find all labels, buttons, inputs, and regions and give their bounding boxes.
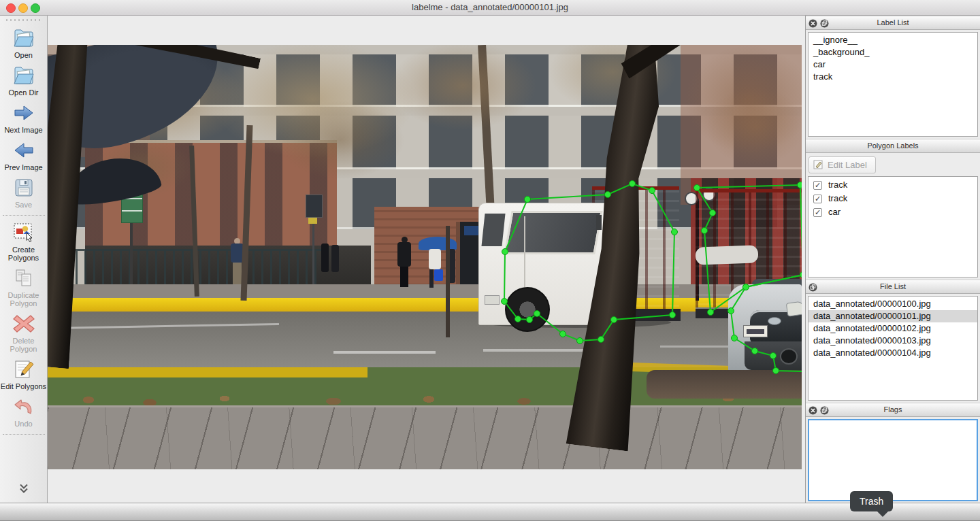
panel-title: Label List [806, 16, 980, 29]
panel-title: File List [806, 280, 980, 293]
create-polygons-button[interactable]: Create Polygons [0, 222, 48, 262]
toolbar-drag-handle[interactable] [5, 18, 43, 22]
panel-title: Flags [806, 403, 980, 416]
next-image-button[interactable]: Next Image [0, 102, 48, 134]
polygon-vertex[interactable] [527, 317, 533, 323]
label-list-item[interactable]: car [808, 58, 977, 71]
label-list[interactable]: __ignore___background_cartrack [808, 32, 978, 137]
flags-header: Flags [806, 403, 980, 417]
label-list-item[interactable]: track [808, 71, 977, 83]
polygon-vertex[interactable] [502, 299, 508, 305]
arrow-right-icon [14, 102, 34, 124]
toolbar-label: Duplicate Polygon [0, 291, 48, 307]
flags-list[interactable] [808, 419, 978, 501]
tool-bar: Open Open Dir Next Image Prev Image Save… [0, 16, 48, 503]
polygon-vertex[interactable] [773, 368, 779, 374]
polygon-vertex[interactable] [702, 228, 708, 234]
polygon-labels-header: Polygon Labels [806, 139, 980, 153]
polygon-label-list[interactable]: ✓track✓track✓car [808, 176, 978, 278]
save-button[interactable]: Save [0, 177, 48, 209]
polygon-vertex[interactable] [502, 249, 508, 255]
trash-dock-tooltip: Trash [850, 491, 893, 511]
polygon-vertex[interactable] [598, 337, 604, 343]
polygon-vertex[interactable] [770, 353, 777, 359]
toolbar-overflow-chevron[interactable] [18, 484, 29, 497]
label-list-item[interactable]: __ignore__ [808, 34, 977, 46]
polygon-vertex[interactable] [577, 338, 583, 344]
polygon-vertex[interactable] [605, 192, 611, 198]
open-dir-folder-icon [13, 65, 35, 86]
toolbar-label: Open Dir [8, 88, 38, 97]
toolbar-label: Delete Polygon [0, 337, 48, 353]
polygon-vertex[interactable] [732, 335, 738, 341]
file-list-header: File List [806, 280, 980, 294]
polygon-vertex[interactable] [649, 188, 655, 194]
polygon-vertex[interactable] [798, 182, 802, 188]
tooltip-arrow [877, 511, 888, 517]
file-list-item[interactable]: data_annotated/00000100.jpg [808, 298, 977, 310]
polygon-vertex[interactable] [728, 308, 734, 314]
panel-label-list: Label List __ignore___background_cartrac… [806, 16, 980, 139]
toolbar-label: Undo [14, 420, 32, 428]
undo-button[interactable]: Undo [0, 396, 48, 428]
file-list-item[interactable]: data_annotated/00000103.jpg [808, 335, 977, 347]
polygon-vertex[interactable] [630, 181, 636, 187]
edit-label-button[interactable]: Edit Label [808, 156, 876, 173]
toolbar-label: Save [15, 201, 32, 209]
duplicate-polygon-button[interactable]: Duplicate Polygon [0, 267, 48, 307]
minimize-window-button[interactable] [18, 3, 28, 13]
annotation-polygon-track[interactable] [697, 185, 802, 312]
toolbar-label: Next Image [4, 126, 42, 134]
polygon-vertex[interactable] [710, 210, 716, 216]
polygon-vertex[interactable] [525, 197, 531, 203]
polygon-label-text: track [828, 192, 847, 205]
polygon-vertex[interactable] [515, 316, 521, 322]
open-dir-button[interactable]: Open Dir [0, 65, 48, 97]
panel-file-list: File List data_annotated/00000100.jpgdat… [806, 280, 980, 403]
toolbar-label: Prev Image [4, 163, 42, 171]
window-title: labelme - data_annotated/00000101.jpg [0, 0, 980, 15]
file-list-item[interactable]: data_annotated/00000102.jpg [808, 322, 977, 335]
zoom-window-button[interactable] [31, 3, 40, 13]
polygon-label-item[interactable]: ✓track [808, 192, 977, 205]
dock-panels: Label List __ignore___background_cartrac… [805, 16, 980, 503]
polygon-vertex[interactable] [672, 229, 678, 235]
file-list[interactable]: data_annotated/00000100.jpgdata_annotate… [808, 296, 978, 401]
polygon-vertex[interactable] [670, 312, 676, 318]
panel-flags: Flags [806, 403, 980, 503]
save-floppy-icon [15, 177, 33, 199]
polygon-vertex[interactable] [694, 185, 700, 191]
delete-x-icon [12, 313, 35, 335]
label-list-item[interactable]: _background_ [808, 46, 977, 58]
toolbar-label: Create Polygons [0, 246, 48, 262]
polygon-vertex[interactable] [534, 311, 540, 317]
polygon-vertex[interactable] [743, 284, 749, 290]
polygon-vertex[interactable] [611, 317, 617, 323]
close-window-button[interactable] [6, 3, 16, 13]
polygon-vertex[interactable] [708, 309, 714, 316]
polygon-labels-toolbar: Edit Label [806, 153, 980, 176]
prev-image-button[interactable]: Prev Image [0, 139, 48, 171]
checkbox[interactable]: ✓ [813, 195, 822, 203]
annotated-photo [48, 45, 802, 469]
annotation-polygon-car[interactable] [731, 275, 802, 371]
checkbox[interactable]: ✓ [813, 181, 822, 190]
file-list-item[interactable]: data_annotated/00000101.jpg [808, 310, 977, 322]
open-folder-icon [13, 27, 35, 49]
open-button[interactable]: Open [0, 27, 48, 59]
polygon-vertex[interactable] [560, 331, 566, 337]
polygon-label-item[interactable]: ✓track [808, 178, 977, 192]
checkbox[interactable]: ✓ [813, 208, 822, 217]
polygon-vertex[interactable] [800, 272, 802, 278]
polygon-label-item[interactable]: ✓car [808, 205, 977, 219]
delete-polygon-button[interactable]: Delete Polygon [0, 313, 48, 353]
annotation-overlay[interactable] [48, 45, 802, 469]
edit-polygons-button[interactable]: Edit Polygons [0, 358, 48, 390]
undo-arrow-icon [13, 396, 35, 418]
polygon-vertex[interactable] [752, 348, 758, 354]
file-list-item[interactable]: data_annotated/00000104.jpg [808, 347, 977, 359]
toolbar-separator [3, 215, 45, 216]
label-list-header: Label List [806, 16, 980, 30]
image-canvas[interactable] [48, 16, 806, 503]
status-bar [0, 503, 980, 521]
